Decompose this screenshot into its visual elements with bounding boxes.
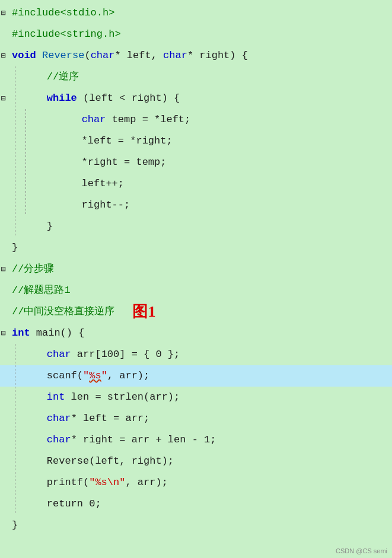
fold-gutter[interactable] xyxy=(0,24,9,45)
indent-guide xyxy=(9,387,20,408)
code-text: #include<stdio.h> xyxy=(9,2,392,24)
indent-guide xyxy=(9,493,20,515)
code-text: while (left < right) { xyxy=(20,88,392,109)
code-text: right--; xyxy=(31,194,392,216)
fold-gutter[interactable] xyxy=(0,216,9,237)
fold-gutter[interactable] xyxy=(0,451,9,472)
code-line: int len = strlen(arr); xyxy=(0,387,392,408)
figure-label: 图1 xyxy=(132,303,155,320)
indent-guide xyxy=(20,152,31,173)
fold-gutter[interactable] xyxy=(0,109,9,130)
code-line: char* right = arr + len - 1; xyxy=(0,429,392,451)
code-line: Reverse(left, right); xyxy=(0,451,392,472)
code-text: *right = temp; xyxy=(31,152,392,173)
code-line: ⊟#include<stdio.h> xyxy=(0,2,392,24)
indent-guide xyxy=(9,88,20,109)
code-text: left++; xyxy=(31,173,392,194)
fold-gutter[interactable] xyxy=(0,344,9,365)
indent-guide xyxy=(20,173,31,194)
fold-gutter[interactable] xyxy=(0,493,9,515)
code-text: char arr[100] = { 0 }; xyxy=(20,344,392,365)
code-text: //逆序 xyxy=(20,66,392,88)
code-line: ⊟//分步骤 xyxy=(0,259,392,280)
fold-gutter[interactable] xyxy=(0,472,9,493)
code-line: //解题思路1 xyxy=(0,280,392,301)
indent-guide xyxy=(9,194,20,216)
indent-guide xyxy=(9,152,20,173)
fold-gutter[interactable] xyxy=(0,387,9,408)
indent-guide xyxy=(9,216,20,237)
code-line: printf("%s\n", arr); xyxy=(0,472,392,493)
code-line: //中间没空格直接逆序图1 xyxy=(0,301,392,323)
code-line: ⊟ while (left < right) { xyxy=(0,88,392,109)
fold-gutter[interactable] xyxy=(0,237,9,259)
indent-guide xyxy=(9,344,20,365)
fold-gutter[interactable] xyxy=(0,194,9,216)
code-line: #include<string.h> xyxy=(0,24,392,45)
watermark: CSDN @CS semi xyxy=(336,547,387,554)
indent-guide xyxy=(9,109,20,130)
code-line: *right = temp; xyxy=(0,152,392,173)
code-line: } xyxy=(0,515,392,536)
indent-guide xyxy=(20,194,31,216)
fold-gutter[interactable]: ⊟ xyxy=(0,45,9,66)
indent-guide xyxy=(9,472,20,493)
code-text: return 0; xyxy=(20,493,392,515)
code-text: } xyxy=(9,237,392,259)
code-line: } xyxy=(0,237,392,259)
fold-gutter[interactable] xyxy=(0,365,9,387)
code-editor: ⊟#include<stdio.h>#include<string.h>⊟voi… xyxy=(0,0,392,558)
fold-gutter[interactable]: ⊟ xyxy=(0,2,9,24)
code-text: *left = *right; xyxy=(31,130,392,152)
code-line: char arr[100] = { 0 }; xyxy=(0,344,392,365)
code-text: int len = strlen(arr); xyxy=(20,387,392,408)
code-line: return 0; xyxy=(0,493,392,515)
code-line: char* left = arr; xyxy=(0,408,392,429)
code-line: right--; xyxy=(0,194,392,216)
code-text: scanf("%s", arr); xyxy=(20,365,392,387)
indent-guide xyxy=(9,408,20,429)
fold-gutter[interactable] xyxy=(0,173,9,194)
code-text: //解题思路1 xyxy=(9,280,392,301)
code-text: Reverse(left, right); xyxy=(20,451,392,472)
code-text: } xyxy=(9,515,392,536)
fold-gutter[interactable] xyxy=(0,280,9,301)
fold-gutter[interactable]: ⊟ xyxy=(0,323,9,344)
indent-guide xyxy=(9,173,20,194)
indent-guide xyxy=(9,429,20,451)
code-line: *left = *right; xyxy=(0,130,392,152)
code-text: char temp = *left; xyxy=(31,109,392,130)
code-text: char* right = arr + len - 1; xyxy=(20,429,392,451)
code-text: //分步骤 xyxy=(9,259,392,280)
fold-gutter[interactable] xyxy=(0,152,9,173)
code-text: } xyxy=(20,216,392,237)
indent-guide xyxy=(9,66,20,88)
fold-gutter[interactable] xyxy=(0,130,9,152)
indent-guide xyxy=(20,109,31,130)
code-line: ⊟void Reverse(char* left, char* right) { xyxy=(0,45,392,66)
code-line: char temp = *left; xyxy=(0,109,392,130)
indent-guide xyxy=(9,365,20,387)
code-line: scanf("%s", arr); xyxy=(0,365,392,387)
fold-gutter[interactable]: ⊟ xyxy=(0,88,9,109)
code-text: int main() { xyxy=(9,323,392,344)
code-text: printf("%s\n", arr); xyxy=(20,472,392,493)
code-text: #include<string.h> xyxy=(9,24,392,45)
fold-gutter[interactable] xyxy=(0,429,9,451)
indent-guide xyxy=(9,451,20,472)
code-line: left++; xyxy=(0,173,392,194)
code-line: ⊟int main() { xyxy=(0,323,392,344)
code-text: char* left = arr; xyxy=(20,408,392,429)
fold-gutter[interactable] xyxy=(0,515,9,536)
code-text: void Reverse(char* left, char* right) { xyxy=(9,45,392,66)
code-line: //逆序 xyxy=(0,66,392,88)
fold-gutter[interactable] xyxy=(0,408,9,429)
indent-guide xyxy=(20,130,31,152)
code-line: } xyxy=(0,216,392,237)
fold-gutter[interactable] xyxy=(0,66,9,88)
fold-gutter[interactable] xyxy=(0,301,9,323)
code-text: //中间没空格直接逆序图1 xyxy=(9,301,392,323)
fold-gutter[interactable]: ⊟ xyxy=(0,259,9,280)
indent-guide xyxy=(9,130,20,152)
